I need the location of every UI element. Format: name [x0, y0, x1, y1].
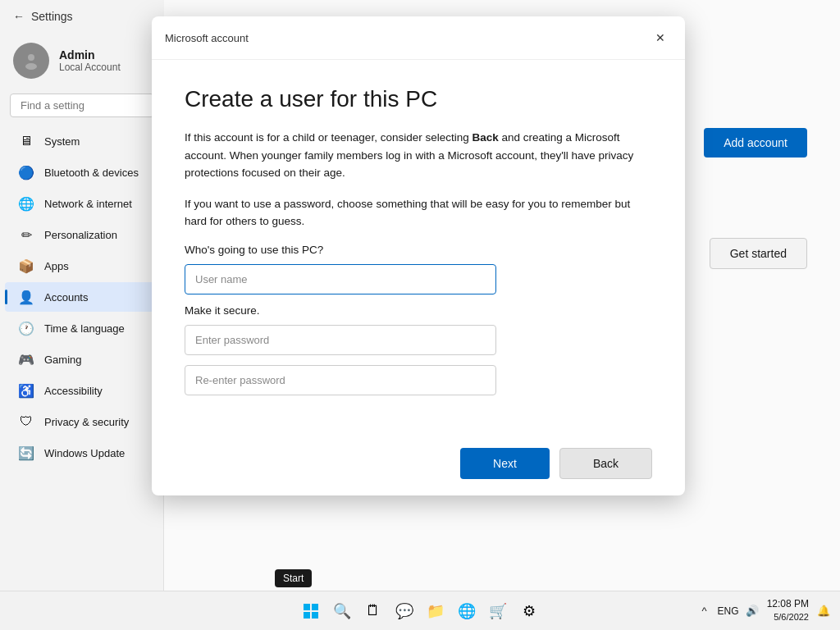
- gaming-icon: 🎮: [18, 351, 34, 368]
- modal-footer: Next Back: [152, 431, 685, 495]
- start-button[interactable]: [296, 596, 326, 626]
- user-type: Local Account: [59, 62, 121, 73]
- taskbar-right: ^ ENG 🔊 12:08 PM 5/6/2022 🔔: [695, 597, 833, 623]
- sidebar-item-network[interactable]: 🌐 Network & internet: [5, 189, 158, 218]
- bluetooth-icon: 🔵: [18, 164, 34, 180]
- network-icon: 🌐: [18, 195, 34, 212]
- clock-date: 5/6/2022: [767, 611, 809, 623]
- sidebar-item-bluetooth[interactable]: 🔵 Bluetooth & devices: [5, 158, 158, 187]
- start-tooltip: Start: [275, 569, 312, 587]
- apps-icon: 📦: [18, 258, 34, 274]
- next-button[interactable]: Next: [460, 448, 550, 479]
- repassword-input[interactable]: [185, 365, 496, 395]
- personalization-icon: ✏: [18, 226, 34, 243]
- sidebar-item-accessibility[interactable]: ♿ Accessibility: [5, 376, 158, 405]
- tray-lang[interactable]: ENG: [718, 605, 739, 617]
- modal-titlebar: Microsoft account ✕: [152, 16, 685, 60]
- sidebar-item-label-update: Windows Update: [44, 447, 125, 459]
- secure-label: Make it secure.: [185, 304, 652, 317]
- sidebar-item-label-accounts: Accounts: [44, 291, 88, 304]
- username-input[interactable]: [185, 264, 496, 294]
- sidebar-item-label-bluetooth: Bluetooth & devices: [44, 167, 139, 179]
- modal-title: Microsoft account: [165, 32, 249, 44]
- taskbar-teams-button[interactable]: 💬: [390, 596, 419, 626]
- taskbar-taskview-button[interactable]: 🗒: [358, 596, 388, 626]
- sidebar-item-privacy[interactable]: 🛡 Privacy & security: [5, 407, 158, 436]
- svg-rect-5: [312, 612, 318, 619]
- avatar: [13, 43, 49, 79]
- taskbar-settings-button[interactable]: ⚙: [514, 596, 544, 626]
- sidebar-item-update[interactable]: 🔄 Windows Update: [5, 438, 158, 468]
- svg-point-1: [25, 63, 37, 70]
- modal-dialog: Microsoft account ✕ Create a user for th…: [152, 16, 685, 495]
- nav-list: 🖥 System 🔵 Bluetooth & devices 🌐 Network…: [0, 126, 163, 468]
- system-tray: ^ ENG 🔊: [695, 601, 762, 621]
- modal-desc2: If you want to use a password, choose so…: [185, 195, 652, 231]
- notification-icon[interactable]: 🔔: [814, 601, 833, 621]
- taskbar: 🔍 🗒 💬 📁 🌐 🛒 ⚙ ^ ENG 🔊 12:08 PM 5/6/2022 …: [0, 591, 840, 630]
- user-info: Admin Local Account: [59, 48, 121, 73]
- privacy-icon: 🛡: [18, 413, 34, 430]
- sidebar-item-label-system: System: [44, 135, 80, 148]
- sidebar-item-system[interactable]: 🖥 System: [5, 126, 158, 156]
- get-started-button[interactable]: Get started: [710, 238, 807, 269]
- sidebar-item-accounts[interactable]: 👤 Accounts: [5, 282, 158, 312]
- sidebar-item-label-gaming: Gaming: [44, 354, 82, 366]
- modal-back-button[interactable]: Back: [559, 448, 652, 479]
- svg-rect-2: [304, 604, 310, 610]
- svg-point-0: [28, 54, 34, 61]
- sidebar-item-label-personalization: Personalization: [44, 229, 117, 241]
- tray-speaker-icon[interactable]: 🔊: [742, 601, 762, 621]
- sidebar-item-label-time: Time & language: [44, 322, 125, 335]
- modal-desc1: If this account is for a child or teenag…: [185, 129, 652, 182]
- sidebar-item-time[interactable]: 🕐 Time & language: [5, 313, 158, 343]
- form-label: Who's going to use this PC?: [185, 244, 652, 256]
- system-icon: 🖥: [18, 133, 34, 149]
- password-input[interactable]: [185, 325, 496, 355]
- taskbar-center: 🔍 🗒 💬 📁 🌐 🛒 ⚙: [296, 596, 544, 626]
- sidebar-item-label-apps: Apps: [44, 260, 69, 272]
- taskbar-edge-button[interactable]: 🌐: [452, 596, 482, 626]
- time-icon: 🕐: [18, 320, 34, 336]
- svg-rect-3: [312, 604, 318, 610]
- settings-titlebar: ← Settings: [0, 0, 164, 33]
- modal-close-button[interactable]: ✕: [649, 26, 672, 49]
- accessibility-icon: ♿: [18, 382, 34, 399]
- sidebar-item-label-privacy: Privacy & security: [44, 416, 129, 428]
- user-name: Admin: [59, 48, 121, 62]
- sidebar: Admin Local Account 🖥 System 🔵 Bluetooth…: [0, 33, 164, 591]
- taskbar-store-button[interactable]: 🛒: [483, 596, 513, 626]
- sidebar-item-personalization[interactable]: ✏ Personalization: [5, 220, 158, 249]
- tray-chevron-icon[interactable]: ^: [695, 601, 714, 621]
- settings-title: Settings: [31, 10, 73, 23]
- back-icon[interactable]: ←: [13, 10, 25, 23]
- taskbar-explorer-button[interactable]: 📁: [421, 596, 450, 626]
- sidebar-item-apps[interactable]: 📦 Apps: [5, 251, 158, 281]
- user-profile: Admin Local Account: [0, 33, 163, 89]
- sidebar-item-label-accessibility: Accessibility: [44, 385, 103, 397]
- clock-time: 12:08 PM: [767, 597, 809, 611]
- update-icon: 🔄: [18, 445, 34, 461]
- sidebar-item-label-network: Network & internet: [44, 198, 132, 210]
- sidebar-item-gaming[interactable]: 🎮 Gaming: [5, 345, 158, 374]
- modal-heading: Create a user for this PC: [185, 86, 652, 112]
- settings-search[interactable]: [10, 94, 154, 117]
- modal-body: Create a user for this PC If this accoun…: [152, 60, 685, 431]
- taskbar-search-button[interactable]: 🔍: [327, 596, 357, 626]
- clock[interactable]: 12:08 PM 5/6/2022: [767, 597, 809, 623]
- accounts-icon: 👤: [18, 289, 34, 305]
- svg-rect-4: [304, 612, 310, 619]
- add-account-button[interactable]: Add account: [704, 128, 807, 158]
